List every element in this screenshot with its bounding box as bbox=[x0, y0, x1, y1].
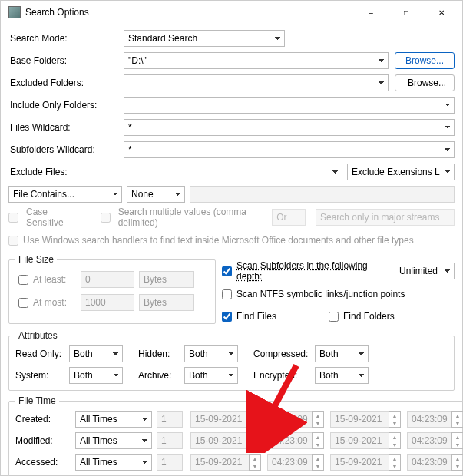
hidden-label: Hidden: bbox=[138, 349, 184, 359]
scan-depth-select[interactable]: Unlimited bbox=[395, 263, 455, 279]
subfolders-wildcard-combo[interactable]: * bbox=[124, 141, 455, 158]
created-range-select[interactable]: All Times bbox=[75, 411, 152, 428]
contains-text-input[interactable] bbox=[190, 186, 455, 203]
spinner-icon[interactable]: ▲▼ bbox=[389, 454, 401, 471]
modified-from-time[interactable] bbox=[267, 432, 312, 449]
at-least-unit-select[interactable]: Bytes bbox=[139, 271, 194, 288]
accessed-range-select[interactable]: All Times bbox=[75, 454, 152, 471]
find-files-label: Find Files bbox=[236, 311, 329, 322]
spinner-icon[interactable]: ▲▼ bbox=[249, 432, 261, 449]
attributes-fieldset: Attributes Read Only: Both Hidden: Both … bbox=[8, 330, 455, 391]
at-most-label: At most: bbox=[33, 297, 81, 308]
compressed-select[interactable]: Both bbox=[315, 345, 369, 362]
accessed-count-input[interactable] bbox=[157, 454, 183, 471]
system-label: System: bbox=[15, 370, 69, 381]
at-most-input[interactable] bbox=[81, 294, 134, 311]
created-label: Created: bbox=[15, 414, 75, 425]
spinner-icon[interactable]: ▲▼ bbox=[451, 411, 463, 428]
files-wildcard-combo[interactable]: * bbox=[124, 119, 455, 136]
accessed-from-date[interactable] bbox=[190, 454, 249, 471]
encrypted-label: Encrypted: bbox=[253, 370, 315, 381]
file-size-legend: File Size bbox=[15, 254, 57, 265]
created-from-time[interactable] bbox=[267, 411, 312, 428]
find-files-checkbox[interactable] bbox=[222, 312, 232, 322]
created-from-date[interactable] bbox=[190, 411, 249, 428]
scan-ntfs-checkbox[interactable] bbox=[222, 289, 232, 299]
find-folders-label: Find Folders bbox=[343, 311, 395, 322]
accessed-to-time[interactable] bbox=[407, 454, 451, 471]
excluded-folders-combo[interactable] bbox=[124, 74, 389, 91]
spinner-icon[interactable]: ▲▼ bbox=[249, 454, 261, 471]
include-only-label: Include Only Folders: bbox=[8, 100, 124, 111]
scan-subfolders-checkbox[interactable] bbox=[222, 266, 232, 276]
search-mode-label: Search Mode: bbox=[8, 33, 124, 44]
find-folders-checkbox[interactable] bbox=[329, 312, 339, 322]
modified-range-select[interactable]: All Times bbox=[75, 432, 152, 449]
spinner-icon[interactable]: ▲▼ bbox=[312, 432, 324, 449]
files-wildcard-label: Files Wildcard: bbox=[8, 122, 124, 133]
app-icon bbox=[8, 6, 21, 18]
multi-values-label: Search multiple values (comma delimited) bbox=[118, 207, 259, 228]
window-title: Search Options bbox=[25, 7, 353, 18]
file-contains-select[interactable]: File Contains... bbox=[8, 186, 122, 203]
excluded-folders-label: Excluded Folders: bbox=[8, 78, 124, 88]
accessed-from-time[interactable] bbox=[267, 454, 312, 471]
file-time-legend: File Time bbox=[15, 395, 59, 406]
include-only-combo[interactable] bbox=[124, 97, 455, 114]
system-select[interactable]: Both bbox=[69, 367, 123, 384]
at-least-label: At least: bbox=[33, 274, 81, 285]
modified-from-date[interactable] bbox=[190, 432, 249, 449]
exclude-extensions-select[interactable]: Exclude Extensions List bbox=[347, 164, 455, 180]
encrypted-select[interactable]: Both bbox=[315, 367, 369, 384]
attributes-legend: Attributes bbox=[15, 330, 61, 341]
spinner-icon[interactable]: ▲▼ bbox=[451, 432, 463, 449]
subfolders-wildcard-label: Subfolders Wildcard: bbox=[8, 144, 124, 155]
exclude-files-label: Exclude Files: bbox=[8, 167, 124, 177]
at-most-checkbox[interactable] bbox=[18, 298, 28, 308]
contains-mode-select[interactable]: None bbox=[127, 186, 185, 203]
spinner-icon[interactable]: ▲▼ bbox=[389, 432, 401, 449]
win-handlers-label: Use Windows search handlers to find text… bbox=[23, 235, 414, 246]
spinner-icon[interactable]: ▲▼ bbox=[312, 411, 324, 428]
readonly-select[interactable]: Both bbox=[69, 345, 123, 362]
hidden-select[interactable]: Both bbox=[184, 345, 238, 362]
spinner-icon[interactable]: ▲▼ bbox=[312, 454, 324, 471]
case-sensitive-label: Case Sensitive bbox=[26, 207, 77, 228]
accessed-to-date[interactable] bbox=[330, 454, 389, 471]
created-to-time[interactable] bbox=[407, 411, 451, 428]
base-folders-label: Base Folders: bbox=[8, 55, 124, 66]
base-folders-combo[interactable]: "D:\" bbox=[124, 52, 389, 69]
case-sensitive-checkbox bbox=[8, 213, 18, 223]
browse-base-button[interactable]: Browse... bbox=[395, 52, 455, 69]
modified-to-date[interactable] bbox=[330, 432, 389, 449]
titlebar: Search Options – □ ✕ bbox=[1, 1, 462, 24]
modified-to-time[interactable] bbox=[407, 432, 451, 449]
maximize-button[interactable]: □ bbox=[389, 1, 424, 24]
close-window-button[interactable]: ✕ bbox=[424, 1, 459, 24]
archive-select[interactable]: Both bbox=[184, 367, 238, 384]
exclude-files-combo[interactable] bbox=[124, 164, 342, 180]
spinner-icon[interactable]: ▲▼ bbox=[249, 411, 261, 428]
at-least-checkbox[interactable] bbox=[18, 275, 28, 285]
spinner-icon[interactable]: ▲▼ bbox=[451, 454, 463, 471]
scan-ntfs-label: Scan NTFS symbolic links/junction points bbox=[236, 289, 405, 299]
spinner-icon[interactable]: ▲▼ bbox=[389, 411, 401, 428]
file-time-fieldset: File Time Created: All Times ▲▼ ▲▼ ▲▼ ▲▼… bbox=[8, 395, 463, 476]
accessed-label: Accessed: bbox=[15, 457, 75, 468]
search-mode-select[interactable]: Standard Search bbox=[124, 30, 285, 47]
created-count-input[interactable] bbox=[157, 411, 183, 428]
at-least-input[interactable] bbox=[81, 271, 134, 288]
scan-subfolders-label: Scan Subfolders in the following depth: bbox=[236, 260, 395, 282]
search-streams-select: Search only in major streams bbox=[316, 209, 455, 226]
multi-values-checkbox bbox=[101, 213, 111, 223]
modified-count-input[interactable] bbox=[157, 432, 183, 449]
compressed-label: Compressed: bbox=[253, 349, 315, 359]
browse-excluded-button[interactable]: Browse... bbox=[395, 74, 455, 91]
archive-label: Archive: bbox=[138, 370, 184, 381]
readonly-label: Read Only: bbox=[15, 349, 69, 359]
at-most-unit-select[interactable]: Bytes bbox=[139, 294, 194, 311]
minimize-button[interactable]: – bbox=[353, 1, 389, 24]
created-to-date[interactable] bbox=[330, 411, 389, 428]
file-size-fieldset: File Size At least: Bytes At most: Bytes bbox=[8, 254, 216, 324]
multi-op-select: Or bbox=[272, 209, 306, 226]
